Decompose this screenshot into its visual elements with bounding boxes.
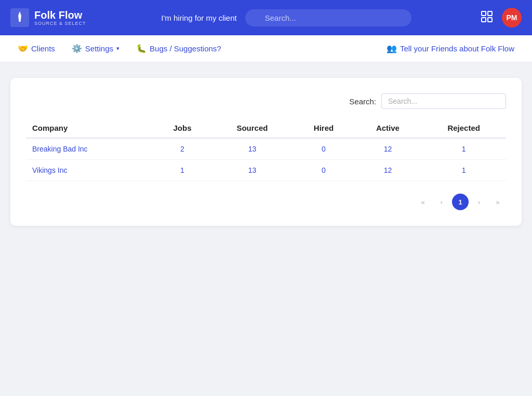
cell-rejected: 1 (421, 138, 506, 160)
table-header: Company Jobs Sourced Hired Active Reject… (26, 118, 506, 138)
bugs-icon: 🐛 (136, 44, 147, 53)
refer-icon: 👥 (387, 44, 397, 53)
logo: Folk Flow SOURCE & SELECT (10, 8, 94, 27)
nav-label-refer: Tell your Friends about Folk Flow (400, 44, 514, 53)
sourced-value[interactable]: 13 (248, 145, 257, 153)
rejected-value[interactable]: 1 (462, 145, 466, 153)
col-rejected: Rejected (421, 118, 506, 138)
table-row: Vikings Inc1130121 (26, 160, 506, 181)
active-value[interactable]: 12 (384, 166, 392, 174)
settings-icon: ⚙️ (72, 44, 82, 53)
table-search-label: Search: (349, 97, 376, 106)
nav-bar: 🤝 Clients ⚙️ Settings ▾ 🐛 Bugs / Suggest… (0, 35, 532, 62)
cell-company: Breaking Bad Inc (26, 138, 154, 160)
svg-rect-2 (488, 11, 492, 16)
active-value[interactable]: 12 (384, 145, 392, 153)
nav-label-clients: Clients (31, 44, 55, 53)
pagination: « ‹ 1 › » (26, 194, 506, 210)
header-right: PM (479, 8, 522, 28)
nav-item-refer[interactable]: 👥 Tell your Friends about Folk Flow (379, 39, 522, 58)
header-center: I'm hiring for my client 🔍 (104, 9, 469, 26)
page-first-button[interactable]: « (415, 194, 431, 210)
sourced-value[interactable]: 13 (248, 166, 257, 174)
clients-icon: 🤝 (18, 44, 28, 53)
page-last-button[interactable]: » (489, 194, 506, 210)
col-sourced: Sourced (211, 118, 293, 138)
cell-sourced: 13 (211, 138, 293, 160)
clients-table: Company Jobs Sourced Hired Active Reject… (26, 118, 506, 181)
col-hired: Hired (293, 118, 354, 138)
nav-item-clients[interactable]: 🤝 Clients (10, 39, 62, 58)
cell-sourced: 13 (211, 160, 293, 181)
svg-rect-4 (488, 18, 492, 22)
page-next-button[interactable]: › (471, 194, 487, 210)
cell-active: 12 (354, 138, 422, 160)
cell-jobs: 1 (154, 160, 211, 181)
col-jobs: Jobs (154, 118, 211, 138)
logo-text: Folk Flow SOURCE & SELECT (34, 9, 86, 26)
jobs-value[interactable]: 1 (180, 166, 184, 174)
svg-rect-3 (482, 18, 486, 22)
page-prev-button[interactable]: ‹ (433, 194, 450, 210)
company-link[interactable]: Breaking Bad Inc (32, 145, 88, 153)
cell-company: Vikings Inc (26, 160, 154, 181)
header-search-input[interactable] (245, 9, 411, 26)
nav-item-bugs[interactable]: 🐛 Bugs / Suggestions? (129, 39, 229, 58)
table-search-input[interactable] (381, 93, 506, 109)
hired-value[interactable]: 0 (322, 145, 326, 153)
nav-item-settings[interactable]: ⚙️ Settings ▾ (64, 39, 127, 58)
svg-rect-1 (482, 11, 486, 16)
rejected-value[interactable]: 1 (462, 166, 466, 174)
table-header-row: Company Jobs Sourced Hired Active Reject… (26, 118, 506, 138)
col-active: Active (354, 118, 422, 138)
settings-chevron-icon: ▾ (116, 45, 119, 52)
logo-title: Folk Flow (34, 9, 86, 21)
cell-active: 12 (354, 160, 422, 181)
page-1-button[interactable]: 1 (452, 194, 469, 210)
company-link[interactable]: Vikings Inc (32, 166, 67, 174)
hired-value[interactable]: 0 (322, 166, 326, 174)
avatar[interactable]: PM (502, 8, 522, 28)
main-content: Search: Company Jobs Sourced Hired Activ… (0, 62, 532, 241)
cell-hired: 0 (293, 160, 354, 181)
nav-right: 👥 Tell your Friends about Folk Flow (379, 39, 522, 58)
col-company: Company (26, 118, 154, 138)
logo-icon (10, 8, 29, 27)
logo-subtitle: SOURCE & SELECT (34, 21, 86, 26)
cell-hired: 0 (293, 138, 354, 160)
clients-card: Search: Company Jobs Sourced Hired Activ… (10, 78, 522, 226)
table-search-row: Search: (26, 93, 506, 109)
cell-jobs: 2 (154, 138, 211, 160)
app-header: Folk Flow SOURCE & SELECT I'm hiring for… (0, 0, 532, 35)
header-search-wrapper: 🔍 (245, 9, 411, 26)
fullscreen-icon (481, 11, 493, 22)
nav-label-bugs: Bugs / Suggestions? (150, 44, 221, 53)
cell-rejected: 1 (421, 160, 506, 181)
fullscreen-button[interactable] (479, 9, 495, 27)
nav-label-settings: Settings (85, 44, 113, 53)
table-row: Breaking Bad Inc2130121 (26, 138, 506, 160)
table-body: Breaking Bad Inc2130121Vikings Inc113012… (26, 138, 506, 181)
jobs-value[interactable]: 2 (180, 145, 184, 153)
header-tagline: I'm hiring for my client (161, 13, 236, 22)
